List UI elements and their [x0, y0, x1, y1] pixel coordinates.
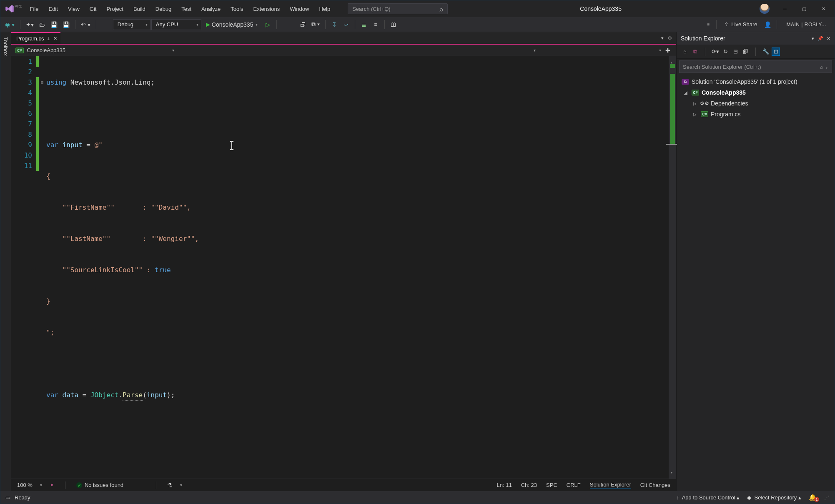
undo-button[interactable]: ↶ ▾ — [79, 19, 93, 30]
file-node-program[interactable]: ▷ C# Program.cs — [677, 109, 835, 120]
menu-project[interactable]: Project — [101, 3, 128, 15]
select-repository-button[interactable]: ◆ Select Repository ▴ — [747, 494, 801, 501]
feedback-icon[interactable]: 👤 — [762, 19, 773, 30]
notifications-icon[interactable]: 🔔1 — [809, 494, 817, 501]
menu-debug[interactable]: Debug — [150, 3, 176, 15]
menu-test[interactable]: Test — [176, 3, 196, 15]
bookmark-icon[interactable]: 🕮 — [388, 19, 399, 30]
line-col-indicator[interactable]: Ln: 11 — [497, 482, 512, 488]
user-avatar[interactable] — [760, 4, 770, 14]
tab-dropdown-icon[interactable]: ▾ — [661, 35, 664, 41]
close-tab-icon[interactable]: ✕ — [53, 36, 57, 41]
vs-edition-label: PRE — [15, 4, 23, 8]
pin-icon[interactable]: ⟂ — [47, 36, 50, 41]
editor-pane: Program.cs ⟂ ✕ ▾ ⚙ C# ConsoleApp335 ▾ ▾ … — [11, 32, 676, 491]
toolbar-overflow-button[interactable]: ≡ — [704, 22, 713, 27]
solution-explorer-search[interactable]: Search Solution Explorer (Ctrl+;) ⌕ ▾ — [679, 60, 832, 73]
breadcrumb-member-dropdown[interactable]: ▾ — [534, 48, 536, 53]
file-tab-program[interactable]: Program.cs ⟂ ✕ — [11, 32, 60, 44]
eol-indicator[interactable]: CRLF — [567, 482, 581, 488]
menu-file[interactable]: File — [25, 3, 44, 15]
menu-extensions[interactable]: Extensions — [248, 3, 285, 15]
save-all-button[interactable]: 💾 — [60, 19, 72, 30]
panel-pin-icon[interactable]: 📌 — [817, 36, 823, 41]
split-editor-icon[interactable]: ✚ — [664, 47, 672, 54]
panel-dropdown-icon[interactable]: ▾ — [812, 36, 814, 41]
hot-reload-icon[interactable]: 🗗 — [298, 19, 308, 30]
overview-caret — [666, 144, 677, 145]
list-view-icon[interactable]: ≣ — [359, 19, 369, 30]
editor-breadcrumb: C# ConsoleApp335 ▾ ▾ ▾ ✚ — [11, 45, 676, 56]
live-share-button[interactable]: ⇪ Live Share — [720, 21, 761, 28]
chevron-down-icon[interactable]: ◢ — [684, 90, 689, 95]
issues-status[interactable]: No issues found — [76, 482, 123, 489]
solution-node[interactable]: ⧉ Solution 'ConsoleApp335' (1 of 1 proje… — [677, 76, 835, 87]
dependencies-node[interactable]: ▷ ⚙⚙ Dependencies — [677, 98, 835, 109]
preview-features-icon[interactable]: ⚗ — [167, 482, 173, 489]
sync-icon[interactable]: ⟳▾ — [711, 48, 720, 56]
refresh-icon[interactable]: ↻ — [721, 48, 730, 56]
overview-ruler[interactable]: ▴ ▾ — [669, 56, 676, 479]
solution-explorer-link[interactable]: Solution Explorer — [590, 481, 631, 489]
home-icon[interactable]: ⌂ — [681, 48, 689, 56]
tb-group-icon[interactable]: ⧉ ▾ — [309, 19, 322, 30]
window-minimize-button[interactable]: ─ — [775, 0, 795, 17]
show-all-icon[interactable]: 🗐 — [741, 48, 750, 56]
chevron-right-icon[interactable]: ▷ — [693, 112, 698, 117]
tab-settings-icon[interactable]: ⚙ — [668, 35, 672, 41]
solution-explorer-header[interactable]: Solution Explorer ▾ 📌 ✕ — [677, 32, 835, 45]
add-source-control-button[interactable]: ↑ Add to Source Control ▴ — [677, 494, 740, 501]
breadcrumb-end-dropdown[interactable]: ▾ — [659, 48, 661, 53]
open-button[interactable]: 🗁 — [37, 19, 48, 30]
nav-back-button[interactable]: ◉ ▾ — [3, 19, 17, 30]
start-without-debug-button[interactable]: ▷ — [262, 19, 273, 30]
char-indicator[interactable]: Ch: 23 — [521, 482, 537, 488]
zoom-level[interactable]: 100 % — [17, 482, 33, 488]
title-search-placeholder: Search (Ctrl+Q) — [352, 6, 390, 12]
step-into-icon[interactable]: ↧ — [329, 19, 340, 30]
code-content[interactable]: using Newtonsoft.Json.Linq; var input = … — [45, 56, 669, 479]
window-close-button[interactable]: ✕ — [814, 0, 833, 17]
breadcrumb-project[interactable]: ConsoleApp335 — [27, 47, 66, 53]
error-lens-icon[interactable]: ✦ — [50, 482, 54, 488]
switch-views-icon[interactable]: ⧉ — [691, 48, 699, 56]
solution-tree[interactable]: ⧉ Solution 'ConsoleApp335' (1 of 1 proje… — [677, 75, 835, 491]
menu-analyze[interactable]: Analyze — [196, 3, 226, 15]
scroll-down-icon[interactable]: ▾ — [670, 467, 673, 478]
menu-tools[interactable]: Tools — [226, 3, 248, 15]
resize-grip-icon[interactable]: ⋰ — [824, 494, 830, 501]
breadcrumb-scope-dropdown[interactable]: ▾ — [172, 48, 174, 53]
title-search-box[interactable]: Search (Ctrl+Q) ⌕ — [348, 3, 448, 14]
save-button[interactable]: 💾 — [48, 19, 60, 30]
line-number-gutter: 123 456 789 1011 — [11, 56, 36, 479]
search-icon: ⌕ ▾ — [820, 64, 828, 70]
properties-icon[interactable]: 🔧 — [762, 48, 770, 56]
menu-edit[interactable]: Edit — [43, 3, 63, 15]
project-node[interactable]: ◢ C# ConsoleApp335 — [677, 87, 835, 98]
se-search-placeholder: Search Solution Explorer (Ctrl+;) — [683, 64, 761, 70]
menu-view[interactable]: View — [63, 3, 85, 15]
list-alt-icon[interactable]: ≡ — [370, 19, 381, 30]
step-over-icon[interactable]: ⤻ — [341, 19, 351, 30]
new-item-button[interactable]: ✦▾ — [24, 19, 36, 30]
indent-indicator[interactable]: SPC — [546, 482, 557, 488]
solution-platform-combo[interactable]: Any CPU — [151, 19, 201, 30]
menu-build[interactable]: Build — [128, 3, 150, 15]
solution-config-combo[interactable]: Debug — [113, 19, 150, 30]
menu-window[interactable]: Window — [285, 3, 314, 15]
menu-help[interactable]: Help — [314, 3, 335, 15]
start-debug-button[interactable]: ▶ConsoleApp335▾ — [202, 19, 262, 30]
branch-indicator[interactable]: MAIN | ROSLY... — [780, 22, 832, 28]
output-icon[interactable]: ▭ — [5, 494, 10, 501]
folding-margin[interactable]: ⊟ — [39, 56, 45, 479]
menu-git[interactable]: Git — [85, 3, 102, 15]
code-editor[interactable]: 123 456 789 1011 ⊟ using Newtonsoft.Json… — [11, 56, 676, 479]
window-maximize-button[interactable]: ▢ — [795, 0, 814, 17]
search-icon: ⌕ — [439, 5, 443, 13]
git-changes-link[interactable]: Git Changes — [640, 482, 670, 488]
collapse-icon[interactable]: ⊟ — [731, 48, 740, 56]
toolbox-sidebar-tab[interactable]: Toolbox — [0, 32, 11, 491]
preview-selected-icon[interactable]: ⊡ — [772, 48, 780, 56]
panel-close-icon[interactable]: ✕ — [827, 36, 830, 41]
chevron-right-icon[interactable]: ▷ — [693, 101, 698, 106]
